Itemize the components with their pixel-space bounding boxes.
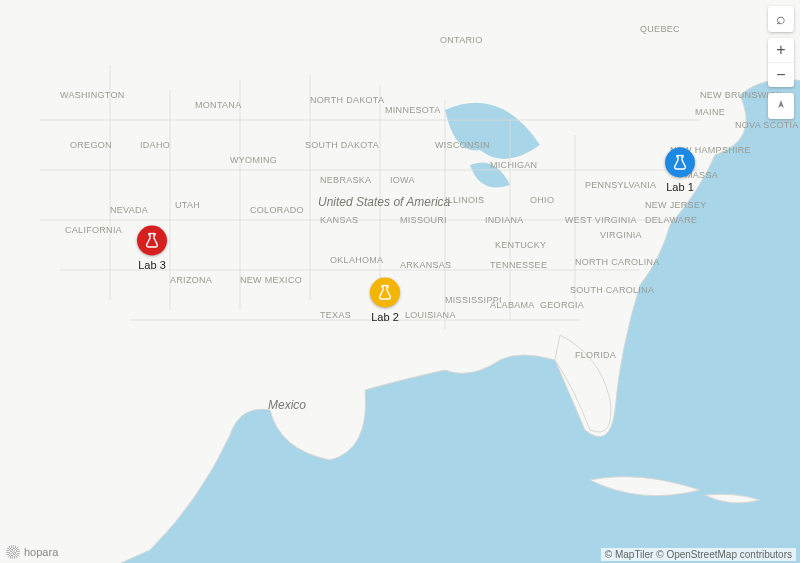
- zoom-control: + −: [768, 38, 794, 87]
- brand-logo-icon: [6, 545, 20, 559]
- marker-label: Lab 2: [370, 311, 400, 323]
- marker-lab2[interactable]: Lab 2: [370, 278, 400, 323]
- flask-icon: [370, 278, 400, 308]
- compass-button[interactable]: [768, 93, 794, 119]
- brand-text: hopara: [24, 546, 58, 558]
- map-attribution: © MapTiler © OpenStreetMap contributors: [601, 548, 796, 561]
- marker-label: Lab 3: [137, 259, 167, 271]
- marker-lab1[interactable]: Lab 1: [665, 148, 695, 193]
- marker-lab3[interactable]: Lab 3: [137, 226, 167, 271]
- zoom-in-button[interactable]: +: [768, 38, 794, 63]
- zoom-out-button[interactable]: −: [768, 63, 794, 87]
- basemap: [0, 0, 800, 563]
- compass-icon: [774, 99, 788, 113]
- marker-label: Lab 1: [665, 181, 695, 193]
- brand-badge: hopara: [6, 545, 58, 559]
- flask-icon: [137, 226, 167, 256]
- flask-icon: [665, 148, 695, 178]
- svg-marker-0: [778, 100, 784, 108]
- map-controls: ⌕ + −: [768, 6, 794, 119]
- map-canvas[interactable]: United States of America Mexico ONTARIOQ…: [0, 0, 800, 563]
- search-button[interactable]: ⌕: [768, 6, 794, 32]
